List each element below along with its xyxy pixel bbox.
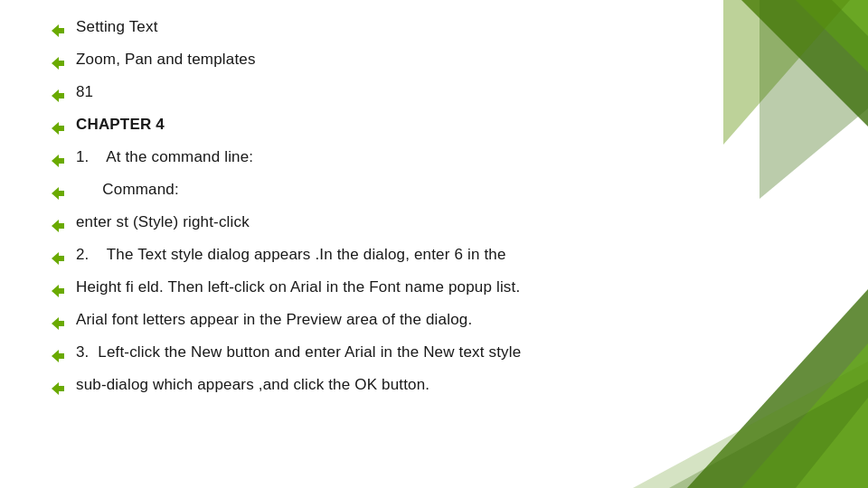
- bullet-arrow-icon: [45, 278, 71, 304]
- svg-marker-20: [52, 350, 64, 362]
- bullet-text: enter st (Style) right-click: [76, 211, 250, 234]
- svg-marker-7: [796, 398, 868, 488]
- bullet-item: 3. Left-click the New button and enter A…: [45, 342, 750, 369]
- svg-marker-0: [741, 0, 868, 127]
- svg-marker-15: [52, 187, 64, 200]
- bullet-arrow-icon: [45, 376, 71, 401]
- svg-marker-4: [760, 0, 868, 199]
- svg-marker-6: [741, 343, 868, 488]
- bullet-text: 2. The Text style dialog appears .In the…: [76, 244, 506, 267]
- bullet-item: Zoom, Pan and templates: [45, 49, 750, 76]
- bullet-text: sub-dialog which appears ,and click the …: [76, 374, 429, 397]
- bullet-arrow-icon: [45, 51, 71, 76]
- svg-marker-10: [52, 24, 64, 37]
- svg-marker-16: [52, 220, 64, 232]
- content-area: Setting Text Zoom, Pan and templates 81 …: [45, 16, 750, 407]
- bullet-text: 3. Left-click the New button and enter A…: [76, 342, 521, 364]
- bullet-item: CHAPTER 4: [45, 114, 750, 141]
- svg-marker-1: [796, 0, 868, 72]
- bullet-arrow-icon: [45, 311, 71, 336]
- bullet-text: Height fi eld. Then left-click on Arial …: [76, 277, 520, 299]
- bullet-text: CHAPTER 4: [76, 114, 165, 136]
- bullet-item: Arial font letters appear in the Preview…: [45, 309, 750, 336]
- svg-marker-14: [52, 155, 64, 167]
- bullet-item: 81: [45, 81, 750, 108]
- bullet-text: 81: [76, 81, 93, 104]
- bullet-item: 2. The Text style dialog appears .In the…: [45, 244, 750, 271]
- svg-marker-13: [52, 122, 64, 135]
- bullet-arrow-icon: [45, 181, 71, 206]
- bullet-arrow-icon: [45, 246, 71, 271]
- bullet-arrow-icon: [45, 18, 71, 43]
- bullet-text: Arial font letters appear in the Preview…: [76, 309, 472, 332]
- svg-marker-11: [52, 57, 64, 70]
- bullet-arrow-icon: [45, 116, 71, 141]
- svg-marker-18: [52, 285, 64, 297]
- bullet-item: Setting Text: [45, 16, 750, 43]
- bullet-arrow-icon: [45, 343, 71, 369]
- bullet-text: Command:: [76, 179, 179, 202]
- svg-marker-21: [52, 382, 64, 395]
- bullet-item: sub-dialog which appears ,and click the …: [45, 374, 750, 401]
- bullet-item: 1. At the command line:: [45, 146, 750, 174]
- bullet-item: Command:: [45, 179, 750, 206]
- bullet-item: enter st (Style) right-click: [45, 211, 750, 239]
- bullet-arrow-icon: [45, 148, 71, 174]
- svg-marker-17: [52, 252, 64, 265]
- bullet-text: Setting Text: [76, 16, 158, 39]
- bullet-arrow-icon: [45, 83, 71, 108]
- svg-marker-19: [52, 317, 64, 330]
- bullet-item: Height fi eld. Then left-click on Arial …: [45, 277, 750, 304]
- svg-marker-2: [832, 0, 868, 36]
- bullet-arrow-icon: [45, 213, 71, 239]
- svg-marker-12: [52, 89, 64, 102]
- bullet-text: 1. At the command line:: [76, 146, 253, 169]
- bullet-text: Zoom, Pan and templates: [76, 49, 256, 71]
